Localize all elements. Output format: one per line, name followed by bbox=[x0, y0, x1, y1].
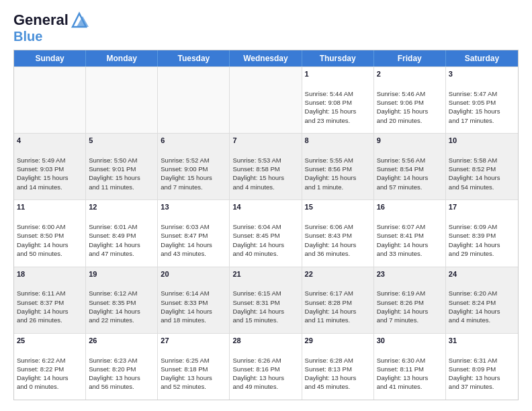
day-number: 15 bbox=[305, 202, 371, 212]
cal-cell: 12Sunrise: 6:01 AMSunset: 8:49 PMDayligh… bbox=[86, 200, 158, 266]
day-info: Sunset: 9:06 PM bbox=[377, 99, 424, 106]
day-info: Sunrise: 5:52 AM bbox=[161, 156, 209, 164]
day-info: Sunrise: 6:30 AM bbox=[377, 357, 425, 364]
day-info: and 37 minutes. bbox=[449, 383, 494, 390]
cal-cell bbox=[158, 67, 230, 133]
cal-cell: 13Sunrise: 6:03 AMSunset: 8:47 PMDayligh… bbox=[158, 200, 230, 266]
day-info: Sunset: 8:22 PM bbox=[17, 365, 64, 373]
day-info: Sunset: 8:54 PM bbox=[377, 165, 424, 173]
day-info: Sunset: 8:58 PM bbox=[232, 165, 279, 173]
day-info: Sunrise: 6:03 AM bbox=[161, 223, 209, 230]
cal-header-cell-friday: Friday bbox=[374, 50, 446, 66]
day-info: Sunrise: 5:49 AM bbox=[17, 156, 65, 164]
day-info: Sunset: 8:11 PM bbox=[377, 365, 424, 373]
day-info: Sunset: 8:56 PM bbox=[305, 165, 352, 173]
day-info: Daylight: 14 hours bbox=[232, 241, 284, 248]
day-info: Sunrise: 5:58 AM bbox=[449, 156, 497, 164]
day-info: Sunset: 8:47 PM bbox=[161, 232, 208, 239]
day-info: Daylight: 14 hours bbox=[89, 308, 140, 315]
day-info: Sunrise: 6:15 AM bbox=[232, 289, 281, 297]
cal-cell: 30Sunrise: 6:30 AMSunset: 8:11 PMDayligh… bbox=[374, 334, 446, 400]
header: General Blue bbox=[13, 11, 519, 43]
day-number: 3 bbox=[449, 69, 515, 79]
day-number: 28 bbox=[232, 336, 298, 346]
day-number: 14 bbox=[232, 202, 298, 212]
day-info: Sunrise: 5:53 AM bbox=[232, 156, 281, 164]
day-number: 24 bbox=[449, 269, 515, 279]
day-info: Daylight: 14 hours bbox=[17, 241, 69, 248]
day-info: and 22 minutes. bbox=[89, 316, 134, 324]
day-info: Daylight: 15 hours bbox=[305, 174, 357, 181]
cal-cell: 4Sunrise: 5:49 AMSunset: 9:03 PMDaylight… bbox=[14, 134, 86, 199]
day-info: Daylight: 14 hours bbox=[305, 241, 357, 248]
day-info: Sunset: 8:41 PM bbox=[377, 232, 424, 239]
day-info: and 29 minutes. bbox=[449, 250, 494, 257]
day-info: Daylight: 14 hours bbox=[377, 241, 429, 248]
day-info: Daylight: 14 hours bbox=[89, 241, 140, 248]
day-info: and 26 minutes. bbox=[17, 316, 62, 324]
cal-cell: 3Sunrise: 5:47 AMSunset: 9:05 PMDaylight… bbox=[446, 67, 518, 133]
day-info: Daylight: 14 hours bbox=[161, 241, 212, 248]
logo-text-general: General bbox=[13, 13, 69, 28]
day-info: Sunrise: 5:47 AM bbox=[449, 90, 497, 97]
day-info: and 4 minutes. bbox=[449, 316, 490, 324]
day-info: Daylight: 13 hours bbox=[89, 374, 140, 381]
day-info: and 43 minutes. bbox=[161, 250, 206, 257]
day-info: Sunset: 9:01 PM bbox=[89, 165, 136, 173]
day-info: and 40 minutes. bbox=[232, 250, 278, 257]
day-info: Sunrise: 6:28 AM bbox=[305, 357, 353, 364]
day-info: Daylight: 14 hours bbox=[232, 308, 284, 315]
day-info: Sunrise: 6:06 AM bbox=[305, 223, 353, 230]
day-info: and 7 minutes. bbox=[161, 183, 202, 191]
day-info: Daylight: 14 hours bbox=[305, 308, 357, 315]
day-number: 4 bbox=[17, 136, 83, 146]
day-number: 26 bbox=[89, 336, 154, 346]
day-info: and 36 minutes. bbox=[305, 250, 351, 257]
day-info: and 17 minutes. bbox=[449, 117, 494, 124]
cal-cell: 26Sunrise: 6:23 AMSunset: 8:20 PMDayligh… bbox=[86, 334, 158, 400]
day-info: Sunrise: 5:46 AM bbox=[377, 90, 425, 97]
day-info: Sunset: 8:16 PM bbox=[232, 365, 279, 373]
day-number: 12 bbox=[89, 202, 154, 212]
cal-cell: 19Sunrise: 6:12 AMSunset: 8:35 PMDayligh… bbox=[86, 267, 158, 333]
day-info: and 33 minutes. bbox=[377, 250, 423, 257]
cal-cell: 20Sunrise: 6:14 AMSunset: 8:33 PMDayligh… bbox=[158, 267, 230, 333]
day-info: Sunrise: 5:55 AM bbox=[305, 156, 353, 164]
day-info: and 0 minutes. bbox=[17, 383, 58, 390]
day-info: Sunset: 8:50 PM bbox=[17, 232, 64, 239]
day-info: Sunrise: 6:11 AM bbox=[17, 289, 65, 297]
day-number: 23 bbox=[377, 269, 443, 279]
cal-header-cell-saturday: Saturday bbox=[446, 50, 518, 66]
calendar-header: SundayMondayTuesdayWednesdayThursdayFrid… bbox=[14, 50, 518, 66]
cal-cell: 11Sunrise: 6:00 AMSunset: 8:50 PMDayligh… bbox=[14, 200, 86, 266]
day-info: Sunrise: 5:44 AM bbox=[305, 90, 353, 97]
day-info: Daylight: 15 hours bbox=[17, 174, 69, 181]
cal-cell: 7Sunrise: 5:53 AMSunset: 8:58 PMDaylight… bbox=[230, 134, 302, 199]
cal-cell: 25Sunrise: 6:22 AMSunset: 8:22 PMDayligh… bbox=[14, 334, 86, 400]
day-info: and 18 minutes. bbox=[161, 316, 206, 324]
cal-week-2: 11Sunrise: 6:00 AMSunset: 8:50 PMDayligh… bbox=[14, 199, 518, 266]
day-info: Sunset: 8:31 PM bbox=[232, 299, 279, 306]
day-info: Daylight: 14 hours bbox=[377, 174, 429, 181]
day-number: 21 bbox=[232, 269, 298, 279]
cal-cell: 1Sunrise: 5:44 AMSunset: 9:08 PMDaylight… bbox=[302, 67, 374, 133]
cal-cell: 31Sunrise: 6:31 AMSunset: 8:09 PMDayligh… bbox=[446, 334, 518, 400]
day-info: Sunrise: 6:19 AM bbox=[377, 289, 425, 297]
day-info: Sunrise: 6:01 AM bbox=[89, 223, 137, 230]
cal-cell: 29Sunrise: 6:28 AMSunset: 8:13 PMDayligh… bbox=[302, 334, 374, 400]
day-number: 22 bbox=[305, 269, 371, 279]
cal-cell: 27Sunrise: 6:25 AMSunset: 8:18 PMDayligh… bbox=[158, 334, 230, 400]
cal-cell: 22Sunrise: 6:17 AMSunset: 8:28 PMDayligh… bbox=[302, 267, 374, 333]
cal-cell: 28Sunrise: 6:26 AMSunset: 8:16 PMDayligh… bbox=[230, 334, 302, 400]
cal-cell: 17Sunrise: 6:09 AMSunset: 8:39 PMDayligh… bbox=[446, 200, 518, 266]
day-number: 29 bbox=[305, 336, 371, 346]
logo-text-blue: Blue bbox=[13, 30, 89, 43]
cal-header-cell-thursday: Thursday bbox=[302, 50, 374, 66]
day-info: Sunrise: 6:14 AM bbox=[161, 289, 209, 297]
day-info: and 45 minutes. bbox=[305, 383, 351, 390]
day-info: Daylight: 15 hours bbox=[377, 107, 429, 115]
day-info: Daylight: 15 hours bbox=[89, 174, 140, 181]
day-number: 8 bbox=[305, 136, 371, 146]
day-info: Sunrise: 6:31 AM bbox=[449, 357, 497, 364]
day-info: Daylight: 14 hours bbox=[377, 308, 429, 315]
